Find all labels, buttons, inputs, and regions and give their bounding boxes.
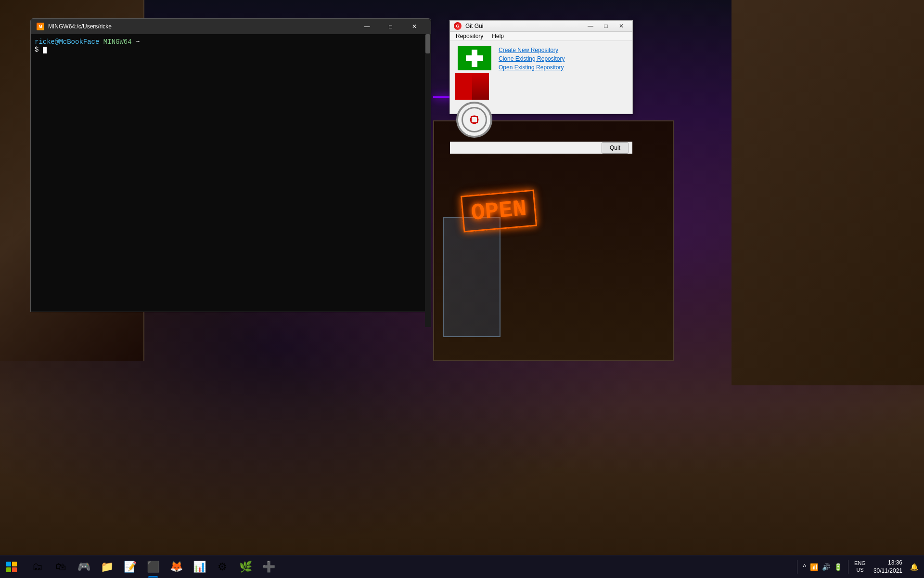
gitgui-footer: Quit: [450, 142, 632, 154]
tray-chevron-icon[interactable]: ^: [803, 563, 807, 571]
win-logo-top-right: [12, 562, 17, 566]
building-right: [732, 0, 924, 385]
taskbar-app-extra4[interactable]: ➕: [258, 556, 279, 578]
terminal-cursor: [43, 47, 47, 53]
terminal-dollar: $: [35, 46, 38, 53]
taskbar-app-folder[interactable]: 📁: [96, 556, 117, 578]
terminal-dir: MINGW64: [103, 38, 132, 46]
terminal-tilde: ~: [136, 38, 140, 46]
tray-network-icon[interactable]: 📶: [810, 563, 818, 571]
terminal-maximize-button[interactable]: □: [380, 21, 401, 32]
git-logo-green-box: [458, 46, 491, 70]
taskbar-app-store[interactable]: 🛍: [50, 556, 71, 578]
taskbar-app-notepad[interactable]: 📝: [119, 556, 141, 578]
taskbar-start-button[interactable]: [0, 555, 23, 578]
terminal-title: MINGW64:/c/Users/ricke: [48, 23, 352, 30]
win-logo-bottom-left: [6, 567, 11, 572]
terminal-scrollbar-thumb[interactable]: [425, 34, 430, 53]
taskbar-app-xbox[interactable]: 🎮: [73, 556, 94, 578]
git-logo-red-left: [455, 73, 472, 100]
gitgui-logo-top: [455, 45, 494, 71]
gitgui-circular-logo: [456, 102, 492, 138]
gitgui-options-area: Create New Repository Clone Existing Rep…: [499, 45, 629, 138]
git-logo-svg: [461, 106, 488, 133]
neon-open-sign: OPEN: [461, 189, 537, 232]
tray-battery-icon[interactable]: 🔋: [834, 563, 842, 571]
terminal-app-icon: M: [37, 23, 44, 30]
notepad-icon: 📝: [124, 561, 137, 573]
win-logo-top-left: [6, 562, 11, 566]
app1-icon: 📊: [193, 561, 206, 573]
win-logo-bottom-right: [12, 567, 17, 572]
gitgui-clone-existing-link[interactable]: Clone Existing Repository: [499, 55, 629, 62]
gitgui-close-button[interactable]: ✕: [614, 21, 629, 31]
terminal-active-indicator: [148, 576, 158, 578]
gitgui-menubar: Repository Help: [450, 32, 632, 41]
clock-time: 13:36: [873, 559, 902, 567]
taskbar-app-extra1[interactable]: 📊: [189, 556, 210, 578]
notification-icon[interactable]: 🔔: [910, 563, 918, 571]
xbox-icon: 🎮: [77, 561, 90, 573]
app4-icon: ➕: [262, 561, 275, 573]
gitgui-menu-repository[interactable]: Repository: [452, 32, 487, 40]
gitgui-window: G Git Gui — □ ✕ Repository Help: [449, 20, 633, 114]
firefox-icon: 🦊: [170, 561, 183, 573]
terminal-input-line: $: [35, 46, 427, 53]
gitgui-maximize-button[interactable]: □: [599, 21, 613, 31]
terminal-scrollbar[interactable]: [425, 34, 431, 327]
gitgui-menu-help[interactable]: Help: [488, 32, 508, 40]
gitgui-minimize-button[interactable]: —: [583, 21, 598, 31]
gitgui-title: Git Gui: [465, 23, 579, 29]
git-logo-red-right: [472, 73, 489, 100]
terminal-user: ricke@McBookFace: [35, 38, 99, 46]
store-icon: 🛍: [55, 561, 66, 573]
terminal-icon: ⬛: [147, 561, 160, 573]
gitgui-logo-area: [454, 45, 495, 138]
terminal-body[interactable]: ricke@McBookFace MINGW64 ~ $: [31, 34, 431, 312]
file-explorer-icon: 🗂: [32, 561, 43, 573]
gitgui-app-icon: G: [454, 22, 462, 30]
taskbar-app-extra2[interactable]: ⚙: [212, 556, 233, 578]
app2-icon: ⚙: [218, 561, 227, 573]
terminal-window: M MINGW64:/c/Users/ricke — □ ✕ ricke@McB…: [30, 18, 431, 312]
language-bottom: US: [856, 567, 863, 573]
storefront-door: [443, 217, 500, 337]
taskbar-app-terminal[interactable]: ⬛: [142, 556, 164, 578]
gitgui-window-controls: — □ ✕: [583, 21, 629, 31]
terminal-titlebar: M MINGW64:/c/Users/ricke — □ ✕: [31, 19, 431, 34]
gitgui-quit-button[interactable]: Quit: [602, 142, 629, 154]
tray-volume-icon[interactable]: 🔊: [822, 563, 830, 571]
language-indicator[interactable]: ENG US: [854, 560, 866, 573]
taskbar-app-file-explorer[interactable]: 🗂: [27, 556, 48, 578]
taskbar-pinned-apps: 🗂 🛍 🎮 📁 📝 ⬛: [23, 556, 283, 578]
taskbar-clock[interactable]: 13:36 30/11/2021: [870, 559, 906, 575]
terminal-window-controls: — □ ✕: [356, 21, 425, 32]
language-top: ENG: [854, 560, 866, 566]
terminal-prompt-line: ricke@McBookFace MINGW64 ~: [35, 38, 427, 46]
gitgui-body: Create New Repository Clone Existing Rep…: [450, 41, 632, 142]
git-logo-plus-vertical: [472, 50, 477, 67]
taskbar: 🗂 🛍 🎮 📁 📝 ⬛: [0, 555, 924, 578]
taskbar-app-extra3[interactable]: 🌿: [235, 556, 256, 578]
app3-icon: 🌿: [239, 561, 252, 573]
gitgui-open-existing-link[interactable]: Open Existing Repository: [499, 64, 629, 71]
gitgui-titlebar: G Git Gui — □ ✕: [450, 21, 632, 32]
clock-date: 30/11/2021: [873, 567, 902, 575]
taskbar-divider-2: [848, 560, 848, 574]
svg-point-0: [462, 108, 487, 132]
taskbar-divider: [797, 560, 797, 574]
taskbar-app-firefox[interactable]: 🦊: [166, 556, 187, 578]
terminal-close-button[interactable]: ✕: [403, 21, 425, 32]
folder-icon: 📁: [101, 561, 114, 573]
windows-logo-icon: [6, 562, 17, 572]
gitgui-logo-bottom: [455, 73, 494, 100]
terminal-minimize-button[interactable]: —: [356, 21, 378, 32]
gitgui-create-new-link[interactable]: Create New Repository: [499, 47, 629, 53]
taskbar-system-tray: ^ 📶 🔊 🔋 ENG US 13:36 30/11/2021 🔔: [795, 559, 924, 575]
